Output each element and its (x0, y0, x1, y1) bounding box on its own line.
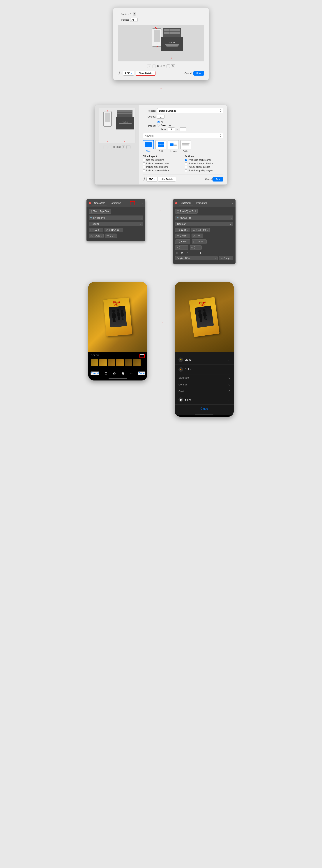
font-input-1[interactable]: Myriad Pro ⌄ (89, 216, 143, 220)
font-input-2[interactable]: Myriad Pro ⌄ (175, 216, 233, 220)
pdf-button[interactable]: PDF ▼ (123, 71, 134, 75)
keynote-dropdown[interactable]: Keynote ▲ ▼ (143, 133, 223, 138)
copies-down[interactable]: ▼ (133, 14, 136, 16)
tab-paragraph-2[interactable]: Paragraph (195, 201, 209, 206)
size-down-2[interactable]: ▼ (179, 230, 180, 231)
kerning-stepper-1[interactable]: ▲ ▼ (93, 234, 95, 237)
swatch-menu-icon[interactable] (140, 354, 144, 357)
print-stage-checkbox[interactable] (185, 162, 187, 165)
touch-type-tool-btn-1[interactable]: ⌶ Touch Type Tool (89, 209, 111, 214)
name-date-checkbox[interactable] (143, 169, 145, 172)
lang-select-2[interactable]: English: USA ⌄ (175, 256, 218, 260)
tracking-dropdown-1[interactable]: ⌄ (114, 235, 116, 237)
close-button-ios[interactable]: Close (175, 405, 234, 413)
swatch-6[interactable] (133, 359, 141, 366)
swatch-2[interactable] (99, 359, 107, 366)
from-input[interactable] (168, 127, 175, 131)
cancel-btn-ios[interactable]: Cancel (90, 371, 99, 375)
leading-dropdown-1[interactable]: ⌄ (120, 229, 122, 231)
color-section[interactable]: ● Color ⌄ (175, 365, 234, 374)
tab-character-1[interactable]: Character (92, 201, 107, 206)
selection-radio[interactable] (157, 124, 160, 127)
font-dropdown-2[interactable]: ⌄ (231, 217, 232, 219)
presenter-notes-checkbox[interactable] (143, 162, 145, 165)
kerning-dropdown-1[interactable]: ⌄ (101, 235, 102, 237)
kerning-dropdown-2[interactable]: ⌄ (187, 235, 189, 237)
style-select-1[interactable]: Regular ⌄ (89, 222, 143, 226)
bold-btn-2[interactable]: TT (175, 251, 179, 254)
kerning-down-1[interactable]: ▼ (93, 236, 95, 237)
all-radio-row[interactable]: All (157, 120, 186, 123)
baseline-stepper-2[interactable]: ▲ ▼ (179, 246, 180, 249)
close-icon-2[interactable] (175, 202, 177, 204)
presets-select[interactable]: Default Settings ▲ ▼ (157, 108, 223, 113)
tracking-down-1[interactable]: ▼ (110, 236, 111, 237)
outline-option[interactable]: Outline (180, 140, 192, 152)
baseline-dropdown-2[interactable]: ⌄ (185, 246, 187, 249)
font-dropdown-1[interactable]: ⌄ (140, 217, 142, 219)
kerning-stepper-2[interactable]: ▲ ▼ (180, 234, 181, 237)
size-down-1[interactable]: ▼ (92, 230, 94, 231)
tracking-stepper-2[interactable]: ▲ ▼ (196, 234, 198, 237)
handout-option[interactable]: Handout (168, 140, 179, 152)
detail-cancel-button[interactable]: Cancel (205, 178, 212, 181)
filter-icon[interactable]: ◐ (113, 371, 116, 375)
super-btn-2[interactable]: TT (185, 251, 188, 254)
vscale-down-2[interactable]: ▼ (195, 242, 197, 243)
copies-stepper[interactable]: ▲ ▼ (133, 12, 136, 16)
help-button[interactable]: ? (118, 71, 121, 75)
detail-prev-btn[interactable]: ⟨ (109, 145, 112, 149)
print-button[interactable]: Print (194, 71, 204, 75)
vscale-stepper-2[interactable]: ▲ ▼ (195, 240, 197, 243)
panel-menu-icon-2[interactable] (219, 202, 223, 205)
tab-paragraph-1[interactable]: Paragraph (108, 201, 123, 206)
kerning-down-2[interactable]: ▼ (180, 236, 181, 237)
done-btn-ios[interactable]: Done (138, 371, 145, 375)
hide-details-button[interactable]: Hide Details (158, 177, 176, 182)
leading-dropdown-2[interactable]: ⌄ (207, 229, 208, 231)
skew-dropdown-2[interactable]: ⌄ (199, 246, 200, 249)
selection-radio-row[interactable]: Selection (157, 124, 186, 127)
first-page-btn[interactable]: ⟨⟨ (147, 64, 151, 68)
to-input[interactable] (180, 127, 186, 131)
detail-first-btn[interactable]: ⟨⟨ (104, 145, 108, 149)
tab-character-2[interactable]: Character (179, 201, 193, 206)
detail-print-button[interactable]: Print (212, 177, 223, 182)
detail-last-btn[interactable]: ⟩⟩ (126, 145, 130, 149)
skew-stepper-2[interactable]: ▲ ▼ (194, 246, 195, 249)
more-icon[interactable]: ··· (130, 371, 133, 375)
light-section[interactable]: ☀ Light ⌄ (175, 355, 234, 365)
copies-input[interactable] (157, 115, 165, 119)
underline-btn-2[interactable]: T (194, 251, 198, 254)
expand-icon-2[interactable]: « (232, 202, 233, 205)
swatch-3[interactable] (108, 359, 115, 366)
sub-btn-2[interactable]: T. (189, 251, 193, 255)
include-skipped-checkbox[interactable] (185, 166, 187, 168)
swatch-1[interactable] (91, 359, 98, 366)
show-details-button[interactable]: Show Details (136, 71, 155, 76)
last-page-btn[interactable]: ⟩⟩ (171, 64, 175, 68)
detail-next-btn[interactable]: ⟩ (122, 145, 125, 149)
close-icon[interactable] (89, 202, 91, 204)
size-dropdown-2[interactable]: ⌄ (186, 229, 188, 231)
vscale-dropdown-2[interactable]: ⌄ (204, 241, 205, 243)
touch-type-tool-btn-2[interactable]: ⌶ Touch Type Tool (175, 209, 198, 214)
bw-section[interactable]: ◐ B&W ⌄ (175, 395, 234, 405)
draft-quality-checkbox[interactable] (185, 169, 187, 172)
leading-stepper-2[interactable]: ▲ ▼ (196, 228, 197, 231)
copies-up[interactable]: ▲ (133, 12, 136, 14)
hscale-down-2[interactable]: ▼ (179, 242, 180, 243)
italic-btn-2[interactable]: Tr (180, 251, 184, 254)
slide-numbers-checkbox[interactable] (143, 166, 145, 168)
style-select-2[interactable]: Regular ⌄ (175, 222, 233, 226)
expand-icon-1[interactable]: « (142, 202, 143, 205)
adjust-icon[interactable]: ◉ (121, 371, 124, 375)
hscale-stepper-2[interactable]: ▲ ▼ (179, 240, 180, 243)
crop-icon[interactable]: ⊡ (105, 371, 108, 375)
detail-pdf-button[interactable]: PDF ▼ (146, 177, 158, 182)
size-stepper-1[interactable]: ▲ ▼ (92, 228, 94, 231)
hscale-dropdown-2[interactable]: ⌄ (187, 241, 189, 243)
all-radio[interactable] (157, 121, 160, 123)
grid-option[interactable]: Grid (155, 140, 166, 152)
aa-select-2[interactable]: aa Sharp ⌄ (219, 256, 233, 260)
